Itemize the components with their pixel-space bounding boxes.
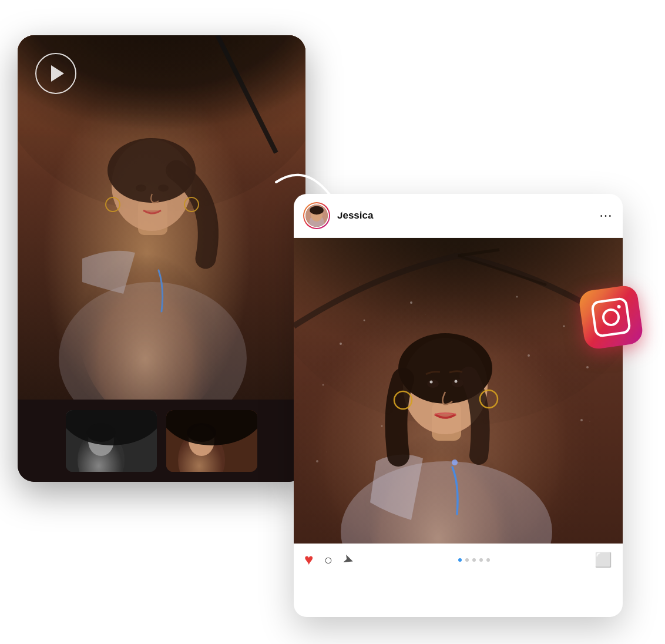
thumbnail-bw (66, 410, 157, 472)
instagram-logo-inner (590, 297, 632, 338)
svg-point-46 (586, 366, 589, 368)
instagram-logo-outer (578, 284, 644, 351)
svg-point-51 (410, 301, 412, 304)
instagram-logo-circle (601, 307, 621, 327)
carousel-dots (364, 558, 584, 562)
svg-point-37 (430, 381, 433, 384)
ig-menu-dots[interactable]: ⋯ (599, 209, 613, 222)
dot-4 (479, 558, 483, 562)
play-triangle-icon (51, 65, 64, 82)
dot-3 (472, 558, 476, 562)
left-card-main-image (18, 35, 305, 400)
dot-2 (465, 558, 469, 562)
svg-point-8 (158, 185, 169, 192)
thumb-color-illustration (166, 410, 257, 472)
dot-5 (486, 558, 490, 562)
ig-username: Jessica (337, 210, 592, 222)
svg-point-48 (580, 419, 583, 421)
instagram-logo (582, 288, 640, 347)
svg-point-38 (455, 380, 458, 383)
svg-point-49 (381, 425, 383, 427)
scene: Jessica ⋯ (0, 0, 665, 644)
play-button[interactable] (35, 53, 76, 94)
bookmark-button[interactable]: ⬜ (595, 552, 612, 568)
thumb-bw-illustration (66, 410, 157, 472)
dot-1 (458, 558, 462, 562)
ig-main-image (294, 238, 623, 544)
ig-footer: ♥ ○ ➤ ⬜ (294, 544, 623, 576)
arrow-svg (264, 170, 358, 247)
svg-point-50 (516, 296, 518, 298)
svg-point-53 (316, 460, 318, 462)
instagram-logo-dot (617, 305, 621, 309)
svg-point-36 (452, 379, 464, 387)
heart-button[interactable]: ♥ (304, 551, 313, 569)
ig-post-illustration (294, 238, 623, 544)
svg-point-44 (528, 354, 530, 357)
svg-point-42 (340, 343, 342, 345)
share-button[interactable]: ➤ (341, 551, 356, 569)
thumbnail-2[interactable] (166, 410, 257, 472)
thumbnail-1[interactable] (66, 410, 157, 472)
svg-point-7 (136, 185, 146, 192)
thumbnail-strip (18, 400, 305, 482)
svg-point-41 (452, 459, 458, 465)
svg-point-45 (563, 326, 565, 327)
comment-button[interactable]: ○ (324, 552, 332, 568)
svg-point-47 (323, 384, 324, 386)
svg-point-43 (364, 320, 365, 321)
right-card-instagram: Jessica ⋯ (294, 194, 623, 617)
svg-point-35 (427, 380, 439, 388)
left-card (18, 35, 305, 482)
thumbnail-color (166, 410, 257, 472)
